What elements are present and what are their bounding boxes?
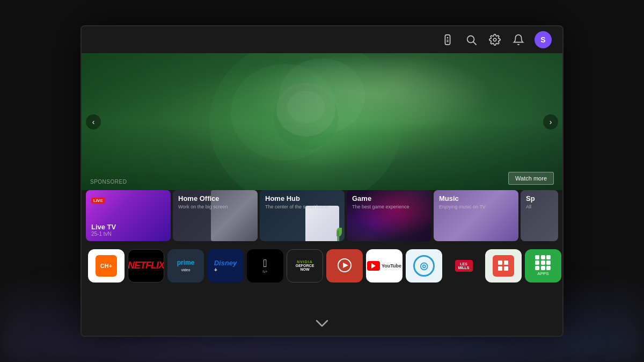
prime-logo: prime video [177, 258, 195, 273]
sponsored-label: SPONSORED [90, 179, 127, 185]
app-sansar[interactable]: ◎ [406, 249, 442, 283]
live-badge: LIVE [91, 198, 105, 204]
app-appletv[interactable]:  tv+ [247, 249, 283, 283]
live-tv-label: LIVE [91, 194, 105, 206]
svg-rect-2 [447, 40, 449, 40]
youtube-logo: YouTube [367, 261, 401, 271]
svg-line-5 [473, 42, 476, 45]
watch-more-button[interactable]: Watch more [508, 172, 554, 185]
game-title: Game [352, 194, 409, 203]
app-ch[interactable]: CH+ [88, 249, 125, 283]
geforce-logo: NVIDIA GEFORCE NOW [296, 260, 314, 271]
app-youtube[interactable]: YouTube [366, 249, 402, 283]
category-sp[interactable]: Sp All [521, 190, 558, 241]
bell-icon[interactable] [511, 32, 526, 47]
hero-image [82, 53, 562, 190]
svg-marker-14 [343, 263, 348, 268]
ch-logo: CH+ [96, 255, 117, 277]
apps-logo [535, 255, 551, 270]
music-label: Music Enjoying music on TV [439, 194, 486, 210]
home-hub-label: Home Hub The center of the smart home [265, 194, 328, 210]
category-home-hub[interactable]: Home Hub The center of the smart home [260, 190, 345, 241]
category-music[interactable]: Music Enjoying music on TV [434, 190, 518, 241]
appletv-logo:  tv+ [262, 258, 268, 274]
category-game[interactable]: Game The best game experience [347, 190, 431, 241]
home-office-subtitle: Work on the big screen [178, 204, 228, 211]
home-hub-subtitle: The center of the smart home [265, 204, 328, 211]
svg-point-6 [493, 38, 496, 41]
live-tv-info: Live TV 25-1 tvN [91, 223, 116, 237]
settings-icon[interactable] [487, 32, 502, 47]
app-shop[interactable] [485, 249, 522, 283]
shop-logo [493, 255, 514, 277]
hero-banner: SPONSORED Watch more ‹ › [82, 53, 562, 190]
lesmills-logo: LESMILLS [455, 260, 473, 272]
live-tv-channel: 25-1 tvN [91, 231, 116, 237]
search-icon[interactable] [464, 32, 479, 47]
top-bar: S [82, 26, 562, 53]
home-office-label: Home Office Work on the big screen [178, 194, 228, 210]
apps-row: CH+ NETFLIX prime video Disney +  tv+ [82, 245, 562, 286]
music-title: Music [439, 194, 486, 203]
sansar-logo: ◎ [413, 255, 435, 277]
svg-point-1 [447, 37, 449, 39]
tv-screen: S SPONSORED Watch more ‹ › LIV [80, 25, 564, 337]
game-label: Game The best game experience [352, 194, 409, 210]
live-tv-title: Live TV [91, 223, 116, 231]
hero-next-button[interactable]: › [543, 114, 558, 129]
category-live-tv[interactable]: LIVE Live TV 25-1 tvN [86, 190, 171, 241]
sp-subtitle: All [526, 204, 535, 211]
plant-decoration [334, 225, 342, 241]
categories-row: LIVE Live TV 25-1 tvN Home Office Work o… [82, 190, 562, 241]
app-netflix[interactable]: NETFLIX [128, 249, 164, 283]
app-apps[interactable]: APPS [525, 249, 561, 283]
sp-label: Sp All [526, 194, 535, 210]
home-office-title: Home Office [178, 194, 228, 203]
apps-label: APPS [537, 271, 548, 276]
app-lesmills[interactable]: LESMILLS [445, 249, 482, 283]
category-home-office[interactable]: Home Office Work on the big screen [173, 190, 258, 241]
disney-logo: Disney + [214, 259, 237, 273]
avatar[interactable]: S [535, 31, 552, 48]
svg-point-12 [287, 91, 325, 123]
remote-icon[interactable] [440, 32, 455, 47]
game-subtitle: The best game experience [352, 204, 409, 211]
app-geforce[interactable]: NVIDIA GEFORCE NOW [287, 249, 323, 283]
app-disney[interactable]: Disney + [207, 249, 244, 283]
netflix-logo: NETFLIX [128, 260, 164, 271]
masterclass-logo [336, 257, 353, 274]
hero-prev-button[interactable]: ‹ [86, 114, 101, 129]
app-masterclass[interactable] [326, 249, 363, 283]
scroll-down-arrow[interactable] [314, 319, 330, 330]
sp-title: Sp [526, 194, 535, 203]
svg-rect-3 [447, 41, 449, 42]
app-prime[interactable]: prime video [167, 249, 204, 283]
home-hub-title: Home Hub [265, 194, 328, 203]
music-subtitle: Enjoying music on TV [439, 204, 486, 211]
